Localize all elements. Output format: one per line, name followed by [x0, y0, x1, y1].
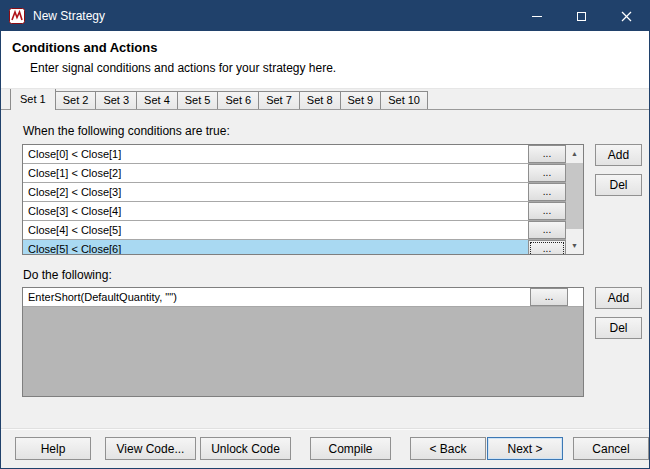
minimize-button[interactable]: [514, 1, 559, 31]
action-edit-button[interactable]: ...: [530, 288, 568, 306]
next-button[interactable]: Next >: [487, 437, 563, 460]
maximize-icon: [577, 12, 586, 21]
tab-set-6[interactable]: Set 6: [217, 91, 259, 109]
window-title: New Strategy: [33, 9, 514, 23]
condition-edit-button[interactable]: ...: [528, 221, 566, 239]
tab-set-9[interactable]: Set 9: [340, 91, 382, 109]
titlebar[interactable]: New Strategy: [1, 1, 649, 31]
condition-edit-cell: ...: [528, 202, 566, 220]
condition-row[interactable]: Close[0] < Close[1]...: [23, 145, 566, 164]
tab-set-7[interactable]: Set 7: [258, 91, 300, 109]
condition-edit-button[interactable]: ...: [528, 164, 566, 182]
actions-list: EnterShort(DefaultQuantity, "")...: [22, 287, 584, 397]
action-edit-cell: ...: [530, 288, 568, 306]
actions-label: Do the following:: [23, 268, 112, 282]
new-strategy-window: New Strategy Conditions and Actions Ente…: [0, 0, 650, 469]
actions-empty-area: [23, 307, 583, 396]
footer-buttons: HelpView Code...Unlock CodeCompile< Back…: [1, 437, 649, 460]
action-text: EnterShort(DefaultQuantity, ""): [23, 288, 530, 306]
cancel-button[interactable]: Cancel: [573, 437, 649, 460]
tab-set-1[interactable]: Set 1: [10, 88, 56, 110]
condition-edit-button[interactable]: ...: [528, 183, 566, 201]
conditions-label: When the following conditions are true:: [23, 124, 230, 138]
condition-row[interactable]: Close[5] < Close[6]...: [23, 240, 566, 254]
conditions-scrollbar[interactable]: ▲ ▼: [566, 145, 583, 254]
condition-edit-cell: ...: [528, 221, 566, 239]
conditions-list: Close[0] < Close[1]...Close[1] < Close[2…: [22, 144, 584, 255]
tab-set-5[interactable]: Set 5: [177, 91, 219, 109]
action-row-spacer: [568, 288, 583, 306]
actions-add-button[interactable]: Add: [595, 287, 642, 309]
page-title: Conditions and Actions: [1, 31, 649, 55]
tab-set-2[interactable]: Set 2: [55, 91, 97, 109]
condition-edit-button[interactable]: ...: [528, 145, 566, 163]
close-button[interactable]: [604, 1, 649, 31]
conditions-add-button[interactable]: Add: [595, 144, 642, 166]
condition-text: Close[0] < Close[1]: [23, 145, 528, 163]
condition-text: Close[4] < Close[5]: [23, 221, 528, 239]
condition-text: Close[5] < Close[6]: [23, 240, 528, 254]
tab-set-8[interactable]: Set 8: [299, 91, 341, 109]
back-button[interactable]: < Back: [410, 437, 486, 460]
condition-edit-cell: ...: [528, 183, 566, 201]
minimize-icon: [532, 16, 542, 17]
tab-page-border: [1, 109, 649, 110]
condition-edit-cell: ...: [528, 145, 566, 163]
help-button[interactable]: Help: [15, 437, 91, 460]
condition-row[interactable]: Close[4] < Close[5]...: [23, 221, 566, 240]
actions-rows: EnterShort(DefaultQuantity, "")...: [23, 288, 583, 396]
footer-separator: [1, 428, 649, 430]
unlock-code-button[interactable]: Unlock Code: [200, 437, 291, 460]
app-icon: [9, 8, 25, 24]
conditions-del-button[interactable]: Del: [595, 174, 642, 196]
compile-button[interactable]: Compile: [310, 437, 391, 460]
condition-edit-button[interactable]: ...: [528, 202, 566, 220]
scrollbar-thumb[interactable]: [566, 163, 583, 229]
tab-set-10[interactable]: Set 10: [380, 91, 428, 109]
condition-text: Close[3] < Close[4]: [23, 202, 528, 220]
condition-row[interactable]: Close[3] < Close[4]...: [23, 202, 566, 221]
close-icon: [621, 11, 632, 22]
condition-text: Close[1] < Close[2]: [23, 164, 528, 182]
actions-del-button[interactable]: Del: [595, 317, 642, 339]
condition-edit-cell: ...: [528, 164, 566, 182]
tab-strip: Set 1Set 2Set 3Set 4Set 5Set 6Set 7Set 8…: [10, 88, 428, 109]
maximize-button[interactable]: [559, 1, 604, 31]
wizard-header: Conditions and Actions Enter signal cond…: [1, 31, 649, 89]
tab-set-3[interactable]: Set 3: [95, 91, 137, 109]
page-subtitle: Enter signal conditions and actions for …: [1, 55, 649, 75]
conditions-rows: Close[0] < Close[1]...Close[1] < Close[2…: [23, 145, 566, 254]
condition-text: Close[2] < Close[3]: [23, 183, 528, 201]
condition-row[interactable]: Close[2] < Close[3]...: [23, 183, 566, 202]
condition-row[interactable]: Close[1] < Close[2]...: [23, 164, 566, 183]
scroll-up-icon[interactable]: ▲: [566, 145, 583, 162]
condition-edit-button[interactable]: ...: [528, 240, 566, 254]
view-code-button[interactable]: View Code...: [105, 437, 196, 460]
condition-edit-cell: ...: [528, 240, 566, 254]
scroll-down-icon[interactable]: ▼: [566, 237, 583, 254]
tab-set-4[interactable]: Set 4: [136, 91, 178, 109]
action-row[interactable]: EnterShort(DefaultQuantity, "")...: [23, 288, 583, 307]
